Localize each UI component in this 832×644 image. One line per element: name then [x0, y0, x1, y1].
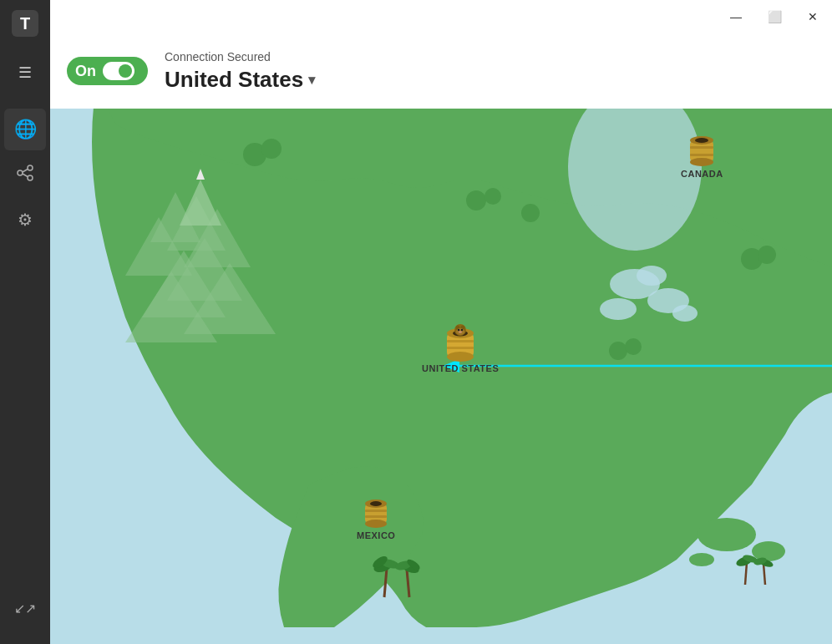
barrel-us — [444, 322, 477, 362]
svg-line-6 — [23, 174, 28, 177]
sidebar-shrink-button[interactable]: ↙↗ — [4, 587, 46, 629]
toggle-label: On — [75, 63, 96, 80]
sidebar-item-share[interactable] — [4, 154, 46, 195]
svg-point-2 — [28, 165, 33, 170]
connection-status: Connection Secured — [165, 50, 315, 63]
svg-point-11 — [637, 266, 667, 286]
close-button[interactable]: ✕ — [794, 0, 832, 33]
sidebar-item-globe[interactable]: 🌐 — [4, 109, 46, 150]
svg-rect-60 — [365, 510, 387, 512]
svg-rect-42 — [690, 154, 713, 156]
svg-point-4 — [28, 175, 33, 180]
svg-point-40 — [690, 158, 713, 166]
location-text: United States — [165, 67, 303, 93]
svg-point-62 — [370, 501, 382, 506]
mexico-label: MEXICO — [357, 530, 395, 540]
svg-rect-61 — [365, 515, 387, 518]
svg-rect-48 — [447, 347, 474, 349]
svg-point-10 — [600, 298, 637, 320]
svg-text:T: T — [20, 14, 30, 33]
svg-point-12 — [672, 305, 698, 322]
svg-point-15 — [752, 541, 785, 561]
globe-icon: 🌐 — [14, 119, 37, 140]
header: On Connection Secured United States ▾ — [50, 33, 832, 109]
title-bar-buttons: — ⬜ ✕ — [717, 0, 832, 33]
svg-rect-47 — [447, 340, 474, 342]
svg-point-54 — [458, 329, 459, 331]
app-logo[interactable]: T — [8, 7, 42, 40]
marker-mexico[interactable]: MEXICO — [357, 497, 395, 540]
svg-point-46 — [447, 352, 474, 362]
sidebar: T ☰ 🌐 ⚙ ↙↗ — [0, 0, 50, 644]
sidebar-menu-button[interactable]: ☰ — [4, 52, 46, 94]
svg-rect-41 — [690, 146, 713, 149]
title-bar: — ⬜ ✕ — [0, 0, 832, 33]
minimize-button[interactable]: — — [717, 0, 755, 33]
svg-point-56 — [459, 332, 462, 333]
barrel-canada — [687, 134, 717, 167]
settings-icon: ⚙ — [18, 210, 33, 230]
share-icon — [16, 164, 34, 186]
maximize-button[interactable]: ⬜ — [755, 0, 794, 33]
svg-point-29 — [521, 204, 540, 222]
svg-point-26 — [261, 139, 282, 159]
svg-point-27 — [466, 190, 486, 210]
svg-point-31 — [758, 246, 776, 264]
svg-point-43 — [695, 138, 708, 143]
connection-location[interactable]: United States ▾ — [165, 67, 315, 93]
united-states-label: UNITED STATES — [422, 363, 499, 373]
toggle-switch — [103, 62, 134, 80]
svg-line-5 — [23, 169, 28, 172]
sidebar-bottom: ↙↗ — [4, 586, 46, 631]
svg-point-28 — [484, 188, 501, 205]
svg-point-3 — [18, 170, 23, 175]
svg-point-14 — [698, 518, 756, 551]
shrink-icon: ↙↗ — [14, 601, 36, 616]
connection-info: Connection Secured United States ▾ — [165, 50, 315, 93]
svg-point-59 — [365, 520, 387, 528]
sidebar-item-settings[interactable]: ⚙ — [4, 199, 46, 241]
svg-point-33 — [625, 338, 642, 355]
barrel-mexico — [362, 497, 390, 529]
svg-point-32 — [609, 342, 627, 360]
svg-point-16 — [689, 553, 714, 566]
vpn-toggle[interactable]: On — [67, 57, 148, 85]
svg-point-55 — [461, 329, 463, 331]
marker-united-states[interactable]: UNITED STATES — [422, 322, 499, 373]
menu-icon: ☰ — [18, 63, 32, 82]
canada-label: CANADA — [681, 169, 723, 179]
marker-canada[interactable]: CANADA — [681, 134, 723, 179]
chevron-down-icon: ▾ — [308, 72, 315, 88]
